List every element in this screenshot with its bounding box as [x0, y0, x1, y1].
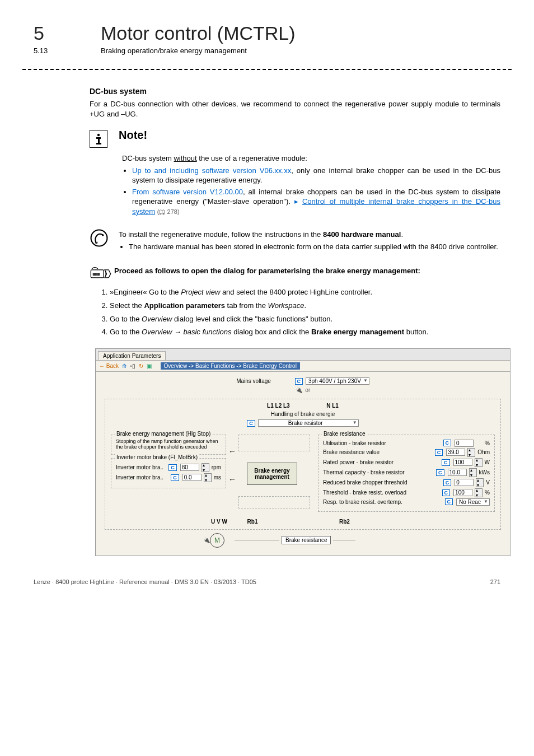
value-input[interactable]: 39.0: [446, 449, 465, 456]
brake-resistance-box[interactable]: Brake resistance: [282, 536, 331, 544]
c-badge[interactable]: C: [443, 440, 452, 446]
value-input[interactable]: 10.0: [448, 469, 467, 476]
text-italic: Workspace: [268, 301, 305, 310]
text: .: [401, 230, 403, 239]
text: dialog level and click the "basic functi…: [172, 315, 332, 323]
c-badge[interactable]: C: [171, 474, 179, 481]
note-intro: DC-bus system without the use of a regen…: [122, 153, 500, 164]
l123-label: L1 L2 L3: [267, 403, 290, 409]
c-badge[interactable]: C: [442, 489, 451, 496]
text-underline: without: [174, 154, 196, 162]
page-ref: (🕮 278): [157, 208, 180, 215]
param-label: Threshold - brake resist. overload: [323, 489, 440, 496]
svg-point-0: [97, 134, 100, 136]
spinner[interactable]: [475, 488, 483, 497]
nl1-label: N L1: [326, 403, 339, 409]
tip-bullet: The hardware manual has been stored in e…: [129, 242, 500, 252]
spinner[interactable]: [467, 448, 475, 457]
param-label: Thermal capacity - brake resistor: [323, 469, 434, 475]
c-badge[interactable]: C: [435, 449, 443, 456]
param-label: Rated power - brake resistor: [323, 459, 439, 465]
tab-app-params[interactable]: Application Parameters: [98, 351, 166, 360]
motor-icon: M: [210, 533, 224, 548]
value-input[interactable]: 0: [455, 440, 474, 447]
tip-line1: To install the regenerative module, foll…: [119, 230, 500, 240]
value-input[interactable]: 100: [453, 459, 472, 466]
nav-next-icon[interactable]: ▫▯: [130, 363, 135, 369]
c-badge[interactable]: C: [247, 420, 255, 427]
unit: rpm: [212, 464, 221, 470]
section-header: 5.13 Braking operation/brake energy mana…: [34, 46, 500, 55]
version-text: From software version V12.00.00: [132, 188, 243, 196]
chapter-number: 5: [34, 22, 67, 44]
group-title: Brake energy management (Hlg Stop): [115, 431, 212, 437]
c-badge[interactable]: C: [168, 464, 177, 471]
text: Select the: [110, 301, 144, 310]
brake-energy-box[interactable]: Brake energy management: [247, 463, 297, 485]
procedure-block: ▦▦▦ Proceed as follows to open the dialo…: [90, 264, 500, 284]
tip-icon: [90, 228, 109, 248]
param-label: Reduced brake chopper threshold: [323, 479, 441, 486]
ms-input[interactable]: 0.0: [182, 474, 202, 481]
spinner[interactable]: [475, 458, 483, 467]
note-header: Note!: [90, 129, 500, 148]
value-input[interactable]: 100: [453, 489, 472, 496]
overtemp-dropdown[interactable]: No Reac: [456, 498, 490, 506]
text: the use of a regenerative module:: [197, 154, 307, 162]
wiring-group: L1 L2 L3 N L1 Handling of brake energie …: [105, 399, 501, 530]
spinner[interactable]: [202, 463, 209, 472]
group-title: Brake resistance: [322, 431, 367, 437]
engineer-icon: ▦▦▦: [90, 265, 109, 284]
mains-label: Mains voltage: [236, 378, 271, 384]
toolbar: ← Back ⟰ ▫▯ ↻ ▣ Overview -> Basic Functi…: [96, 360, 510, 372]
hlg-desc: Stopping of the ramp function generator …: [116, 438, 221, 450]
text: Go to the: [110, 328, 142, 336]
page-footer: Lenze · 8400 protec HighLine · Reference…: [34, 578, 500, 585]
nav-home-icon[interactable]: ⟰: [122, 363, 127, 369]
note-bullet-1: Up to and including software version V06…: [132, 166, 500, 185]
text: tab from the: [225, 301, 268, 310]
handling-dropdown[interactable]: Brake resistor: [258, 419, 359, 427]
breadcrumb[interactable]: Overview -> Basic Functions -> Brake Ene…: [161, 362, 300, 370]
step-3: Go to the Overview dialog level and clic…: [110, 314, 500, 324]
rpm-input[interactable]: 80: [180, 464, 199, 471]
handling-label: Handling of brake energie: [271, 411, 335, 417]
text-bold: Application parameters: [144, 301, 225, 310]
text: 278): [165, 208, 179, 215]
svg-point-5: [102, 235, 104, 236]
nav-window-icon[interactable]: ▣: [147, 363, 152, 369]
chapter-title: Motor control (MCTRL): [101, 22, 296, 44]
text-italic: Overview: [142, 315, 172, 323]
nav-refresh-icon[interactable]: ↻: [139, 363, 143, 369]
c-badge[interactable]: C: [445, 498, 453, 505]
back-button[interactable]: ← Back: [99, 363, 119, 369]
spinner[interactable]: [476, 478, 484, 487]
version-text: Up to and including software version V06…: [132, 166, 291, 175]
note-list: Up to and including software version V06…: [132, 166, 500, 217]
c-badge[interactable]: C: [442, 459, 450, 466]
arrow-icon: →: [172, 328, 183, 336]
footer-left: Lenze · 8400 protec HighLine · Reference…: [34, 578, 256, 585]
plug-icon: 🔌: [296, 387, 302, 393]
text-italic: basic functions: [184, 328, 232, 336]
param-label: Brake resistance value: [323, 449, 433, 455]
step-1: »Engineer« Go to the Project view and se…: [110, 287, 500, 297]
svg-text:▦▦▦: ▦▦▦: [93, 272, 100, 277]
plug-icon: 🔌: [203, 537, 210, 543]
unit: %: [485, 489, 490, 496]
arrow-icon: ←: [228, 475, 236, 484]
tip-list: The hardware manual has been stored in e…: [129, 242, 500, 252]
step-4: Go to the Overview → basic functions dia…: [110, 327, 500, 337]
spinner[interactable]: [469, 468, 477, 477]
text-italic: Overview: [142, 328, 172, 336]
svg-rect-2: [98, 137, 100, 143]
section-number: 5.13: [34, 46, 67, 55]
value-input[interactable]: 0: [455, 479, 474, 486]
note-bullet-2: From software version V12.00.00, all int…: [132, 187, 500, 217]
spinner[interactable]: [204, 473, 212, 482]
text-italic: Project view: [181, 288, 220, 296]
c-badge[interactable]: C: [443, 479, 452, 486]
mains-dropdown[interactable]: 3ph 400V / 1ph 230V: [306, 377, 369, 385]
c-badge[interactable]: C: [295, 378, 303, 385]
c-badge[interactable]: C: [436, 469, 444, 476]
